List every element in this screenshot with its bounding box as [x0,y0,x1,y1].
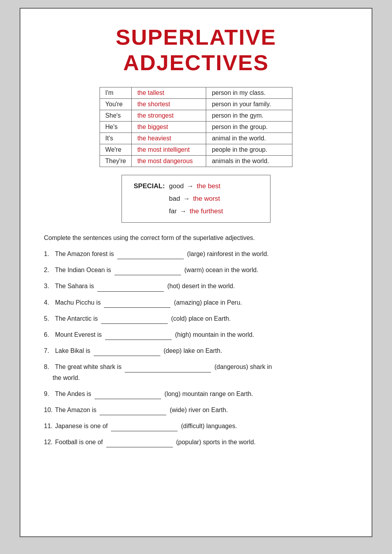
superlative-cell: the strongest [132,110,206,122]
exercise-hint: (hot) [167,283,180,289]
subject-cell: They're [100,156,132,167]
answer-blank [104,307,171,308]
exercise-before: Football is one of [55,439,103,445]
exercise-after: river on Earth. [189,407,228,413]
list-item: 8. The great white shark is (dangerous) … [44,361,348,383]
superlative-cell: the tallest [132,87,206,99]
exercise-after: desert in the world. [182,283,235,289]
exercise-after: rainforest in the world. [207,251,269,257]
answer-blank [101,323,168,324]
exercise-before: Mount Everest is [55,331,102,338]
subject-cell: You're [100,99,132,110]
special-box: SPECIAL: good → the best bad → the worst… [122,175,270,223]
table-row: We're the most intelligent people in the… [100,144,292,156]
phrase-cell: person in my class. [206,87,292,99]
list-item: 6. Mount Everest is (high) mountain in t… [44,329,348,340]
arrow-icon: → [180,207,187,215]
superlative-cell: the most intelligent [132,144,206,156]
phrase-cell: people in the group. [206,144,292,156]
exercise-number: 9. [44,389,53,399]
grammar-table: I'm the tallest person in my class. You'… [100,87,293,167]
exercise-before: Machu Picchu is [55,299,101,306]
exercise-before: The Sahara is [55,283,94,289]
table-row: He's the biggest person in the group. [100,122,292,133]
exercise-after: place on Earth. [189,315,231,322]
exercise-hint: (difficult) [181,423,205,429]
list-item: 2. The Indian Ocean is (warm) ocean in t… [44,265,348,275]
instructions: Complete the sentences using the correct… [44,234,348,242]
special-label: SPECIAL: [134,182,169,190]
exercise-number: 3. [44,281,53,291]
exercise-before: Lake Bikal is [55,347,90,354]
answer-blank [94,356,160,356]
phrase-cell: animal in the world. [206,133,292,144]
list-item: 12. Football is one of (popular) sports … [44,437,348,447]
answer-blank [97,291,164,292]
exercise-after: languages. [206,423,237,429]
answer-blank [111,431,178,431]
subject-cell: She's [100,110,132,122]
special-word: bad [169,195,180,203]
list-item: 3. The Sahara is (hot) desert in the wor… [44,281,348,291]
exercise-number: 12. [44,437,53,447]
exercise-hint: (cold) [171,315,187,322]
phrase-cell: animals in the world. [206,156,292,167]
exercise-before: The Andes is [55,391,91,397]
exercise-after: lake on Earth. [183,347,222,354]
exercise-before: The Antarctic is [55,315,98,322]
exercise-hint: (dangerous) [214,363,248,370]
phrase-cell: person in the gym. [206,110,292,122]
subject-cell: We're [100,144,132,156]
answer-blank [94,399,161,399]
exercise-number: 8. [44,361,53,372]
answer-blank [117,259,184,259]
superlative-cell: the shortest [132,99,206,110]
exercise-before: The great white shark is [55,363,122,370]
exercise-number: 7. [44,345,53,356]
list-item: 4. Machu Picchu is (amazing) place in Pe… [44,297,348,308]
special-word: far [169,207,177,215]
exercise-hint: (amazing) [174,299,202,306]
subject-cell: He's [100,122,132,133]
exercise-before: The Amazon is [55,407,96,413]
exercise-hint: (deep) [163,347,181,354]
arrow-icon: → [183,195,190,203]
exercise-hint: (high) [175,331,191,338]
special-item: SPECIAL: good → the best [134,182,258,190]
answer-blank [105,340,172,340]
special-result: the best [197,182,221,190]
answer-blank [106,447,173,447]
exercise-number: 10. [44,405,53,415]
exercise-after: ocean in the world. [205,267,258,273]
exercise-number: 6. [44,329,53,340]
table-row: You're the shortest person in your famil… [100,99,292,110]
list-item: 9. The Andes is (long) mountain range on… [44,389,348,399]
page: SUPERLATIVE ADJECTIVES I'm the tallest p… [20,8,372,537]
arrow-icon: → [187,182,194,190]
exercise-number: 5. [44,313,53,324]
list-item: 7. Lake Bikal is (deep) lake on Earth. [44,345,348,356]
page-title: SUPERLATIVE ADJECTIVES [44,24,348,75]
table-row: She's the strongest person in the gym. [100,110,292,122]
superlative-cell: the heaviest [132,133,206,144]
answer-blank [114,275,181,275]
phrase-cell: person in your family. [206,99,292,110]
exercise-before: The Indian Ocean is [55,267,111,273]
list-item: 1. The Amazon forest is (large) rainfore… [44,249,348,259]
list-item: 10. The Amazon is (wide) river on Earth. [44,405,348,415]
exercise-hint: (warm) [184,267,204,273]
subject-cell: It's [100,133,132,144]
special-item: bad → the worst [134,195,258,203]
exercise-list: 1. The Amazon forest is (large) rainfore… [44,249,348,447]
exercise-hint: (popular) [176,439,201,445]
table-row: They're the most dangerous animals in th… [100,156,292,167]
exercise-after: place in Peru. [203,299,242,306]
special-result: the furthest [190,207,223,215]
special-word: good [169,182,184,190]
phrase-cell: person in the group. [206,122,292,133]
list-item: 11. Japanese is one of (difficult) langu… [44,421,348,431]
superlative-cell: the most dangerous [132,156,206,167]
table-row: It's the heaviest animal in the world. [100,133,292,144]
exercise-number: 11. [44,421,53,431]
exercise-after: mountain in the world. [193,331,254,338]
